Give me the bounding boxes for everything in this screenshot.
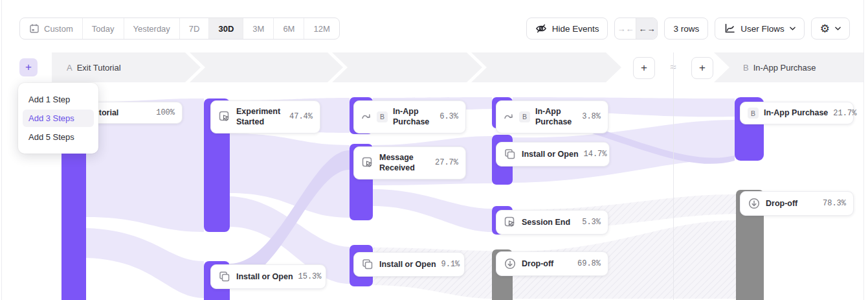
date-range-7d[interactable]: 7D xyxy=(180,18,210,39)
date-range-control: Custom Today Yesterday 7D 30D 3M 6M 12M xyxy=(19,17,340,40)
indirect-arrow-icon xyxy=(361,111,372,122)
hide-events-button[interactable]: Hide Events xyxy=(526,17,608,40)
collapse-arrows-icon: →← xyxy=(617,24,634,34)
add-step-end-button[interactable]: + xyxy=(633,57,655,79)
rows-button[interactable]: 3 rows xyxy=(664,17,708,40)
view-selector-dropdown[interactable]: User Flows xyxy=(715,17,805,40)
event-click-icon xyxy=(504,216,517,229)
date-range-12m[interactable]: 12M xyxy=(304,18,339,39)
step-a-label: Exit Tutorial xyxy=(77,63,121,73)
node-card-install-or-open-14[interactable]: Install or Open 14.7% xyxy=(496,142,610,167)
node-card-install-or-open-9[interactable]: Install or Open 9.1% xyxy=(353,252,465,277)
date-range-yesterday[interactable]: Yesterday xyxy=(124,18,180,39)
step-a-title: A Exit Tutorial xyxy=(67,52,121,82)
gear-icon: ⚙ xyxy=(820,23,830,34)
flow-chart-icon xyxy=(724,23,735,34)
step-band-segment-4[interactable] xyxy=(471,52,621,82)
node-card-in-app-purchase-6[interactable]: B In-App Purchase 6.3% xyxy=(353,100,466,133)
expand-columns-button[interactable]: ←→ xyxy=(636,18,657,39)
step-b-badge: B xyxy=(519,111,530,122)
step-b-letter: B xyxy=(743,63,749,73)
node-card-install-or-open-15[interactable]: Install or Open 15.3% xyxy=(210,264,326,289)
date-range-3m[interactable]: 3M xyxy=(243,18,274,39)
menu-item-add-5-steps[interactable]: Add 5 Steps xyxy=(23,128,94,146)
settings-dropdown[interactable]: ⚙ xyxy=(811,17,850,40)
step-band-segment-3[interactable] xyxy=(332,52,482,82)
node-card-message-received[interactable]: Message Received 27.7% xyxy=(353,146,466,179)
menu-item-add-1-step[interactable]: Add 1 Step xyxy=(23,91,94,108)
install-open-icon xyxy=(361,258,374,271)
section-divider xyxy=(673,52,674,300)
node-card-in-app-purchase-b[interactable]: B In-App Purchase 21.7% xyxy=(740,102,854,124)
add-step-before-b-button[interactable]: + xyxy=(691,57,713,79)
chevron-down-icon xyxy=(835,27,841,30)
drop-off-icon xyxy=(748,197,761,210)
collapse-columns-button[interactable]: →← xyxy=(615,18,636,39)
indirect-arrow-icon xyxy=(504,111,514,122)
node-card-drop-off-78[interactable]: Drop-off 78.3% xyxy=(740,191,854,216)
view-toolbar: Hide Events →← ←→ 3 rows User Flows ⚙ xyxy=(526,17,850,40)
step-b-badge: B xyxy=(377,111,388,122)
node-card-session-end[interactable]: Session End 5.3% xyxy=(496,210,608,235)
date-range-label: Custom xyxy=(44,24,73,34)
step-b-label: In-App Purchase xyxy=(753,63,816,73)
plus-icon: + xyxy=(25,61,32,74)
install-open-icon xyxy=(218,270,231,283)
node-card-drop-off-69[interactable]: Drop-off 69.8% xyxy=(496,251,608,276)
eye-off-icon xyxy=(535,23,547,34)
column-width-control: →← ←→ xyxy=(614,17,658,40)
node-card-in-app-purchase-3[interactable]: B In-App Purchase 3.8% xyxy=(496,100,608,133)
step-b-badge: B xyxy=(748,108,759,119)
step-band-segment-2[interactable] xyxy=(190,52,343,82)
step-a-letter: A xyxy=(67,63,72,73)
add-steps-menu: Add 1 Step Add 3 Steps Add 5 Steps xyxy=(18,83,98,154)
chevron-down-icon xyxy=(790,27,796,30)
drop-off-icon xyxy=(504,257,517,270)
expand-arrows-icon: ←→ xyxy=(638,24,655,34)
date-range-30d[interactable]: 30D xyxy=(209,18,243,39)
event-click-icon xyxy=(361,156,374,169)
install-open-icon xyxy=(504,148,517,161)
add-steps-button[interactable]: + xyxy=(19,58,38,76)
event-click-icon xyxy=(218,110,231,123)
calendar-icon xyxy=(29,23,39,34)
date-range-today[interactable]: Today xyxy=(83,18,124,39)
menu-item-add-3-steps[interactable]: Add 3 Steps xyxy=(23,110,94,127)
date-range-6m[interactable]: 6M xyxy=(274,18,304,39)
user-flows-panel: Custom Today Yesterday 7D 30D 3M 6M 12M … xyxy=(0,0,868,300)
step-b-title: B In-App Purchase xyxy=(743,52,816,82)
date-range-custom[interactable]: Custom xyxy=(20,18,83,39)
node-card-experiment-started[interactable]: Experiment Started 47.4% xyxy=(210,100,320,133)
